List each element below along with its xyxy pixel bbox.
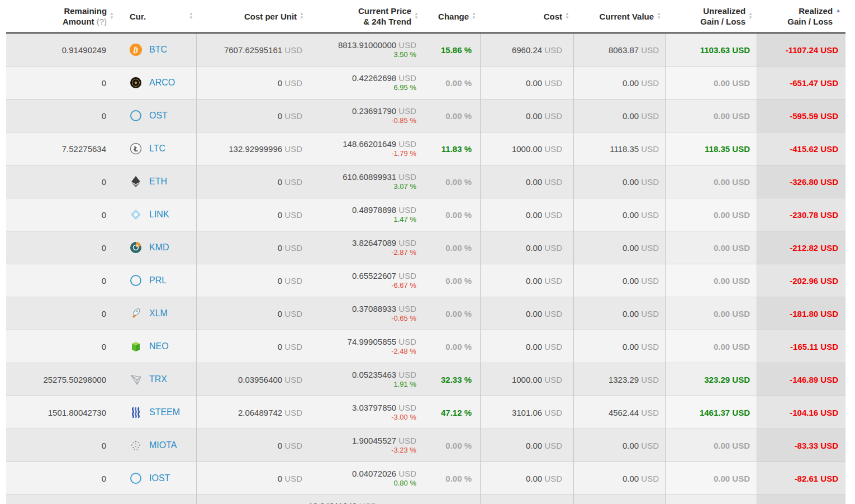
column-header-cost-per-unit[interactable]: Cost per Unit ▲▼ bbox=[197, 0, 308, 32]
current-price-value: 3.03797850 USD bbox=[352, 403, 416, 412]
cost-per-unit-cell: 0 USD bbox=[197, 330, 308, 363]
currency-link[interactable]: OST bbox=[149, 111, 168, 121]
table-row: 0LINK0 USD0.48978898 USD1.47 %0.00 %0.00… bbox=[6, 198, 846, 231]
column-header-current-price[interactable]: Current Price & 24h Trend ▲▼ bbox=[308, 0, 423, 32]
sort-icon: ▲▼ bbox=[748, 12, 753, 20]
currency-unit: USD bbox=[282, 78, 302, 88]
remaining-amount-cell: 0 bbox=[6, 198, 118, 231]
currency-cell: IOST bbox=[118, 462, 197, 495]
cost-cell: 1000.00 USD bbox=[481, 132, 574, 165]
realized-gain-loss-cell: -230.78 USD bbox=[757, 198, 846, 231]
currency-link[interactable]: LTC bbox=[149, 144, 165, 154]
help-icon[interactable]: (?) bbox=[97, 17, 107, 26]
xlm-icon bbox=[130, 307, 142, 320]
change-value: 0.00 % bbox=[445, 276, 472, 286]
unrealized-gain-loss-value: 0.00 USD bbox=[714, 441, 750, 450]
currency-link[interactable]: NEO bbox=[149, 341, 169, 351]
realized-gain-loss-cell: -326.80 USD bbox=[757, 165, 846, 198]
cost-per-unit-cell: 0.03956400 USD bbox=[197, 363, 308, 396]
unrealized-gain-loss-value: 0.00 USD bbox=[714, 210, 750, 220]
cost-value: 0.00 bbox=[526, 111, 542, 121]
portfolio-table: Remaining Amount (?) ▲▼ Cur. ▲▼ Cost per… bbox=[0, 0, 855, 504]
currency-unit: USD bbox=[542, 342, 562, 351]
current-price-cell: 610.60899931 USD3.07 % bbox=[308, 165, 423, 198]
current-value-cell: 4562.44 USD bbox=[574, 396, 666, 429]
currency-link[interactable]: ETH bbox=[149, 177, 167, 187]
table-row: 25275.50298000TRX0.03956400 USD0.0523546… bbox=[6, 363, 846, 396]
cost-cell: 0.00 USD bbox=[481, 165, 574, 198]
realized-gain-loss-value: -415.62 USD bbox=[790, 144, 838, 154]
current-price-cell: 0.23691790 USD-0.85 % bbox=[308, 99, 423, 132]
current-price-cell: 3.82647089 USD-2.87 % bbox=[308, 231, 423, 264]
cost-per-unit-cell: 0 USD bbox=[197, 231, 308, 264]
realized-gain-loss-cell: -212.82 USD bbox=[757, 231, 846, 264]
unrealized-gain-loss-cell: 0.00 USD bbox=[666, 165, 757, 198]
realized-gain-loss-cell: -83.33 USD bbox=[757, 429, 846, 462]
cost-per-unit-cell: 0 USD bbox=[197, 297, 308, 330]
unrealized-gain-loss-cell: 0.00 USD bbox=[666, 330, 757, 363]
currency-unit: USD bbox=[542, 309, 562, 318]
clipped-cell bbox=[757, 495, 846, 504]
realized-gain-loss-value: -212.82 USD bbox=[790, 243, 838, 253]
remaining-amount-cell: 0 bbox=[6, 330, 118, 363]
current-value-value: 1323.29 bbox=[609, 375, 639, 384]
table-row: 7.52275634ŁLTC132.92999996 USD148.662016… bbox=[6, 132, 846, 165]
column-header-remaining-amount[interactable]: Remaining Amount (?) ▲▼ bbox=[6, 0, 118, 32]
currency-link[interactable]: TRX bbox=[149, 374, 167, 384]
realized-gain-loss-cell: -104.16 USD bbox=[757, 396, 846, 429]
column-header-change[interactable]: Change ▲▼ bbox=[423, 0, 481, 32]
current-price-value: 3.82647089 USD bbox=[352, 238, 416, 248]
currency-link[interactable]: ARCO bbox=[149, 78, 175, 88]
current-price-value: 0.48978898 USD bbox=[352, 205, 416, 215]
column-header-realized-gain-loss[interactable]: Realized Gain / Loss ▲ bbox=[757, 0, 846, 32]
currency-link[interactable]: KMD bbox=[149, 243, 169, 253]
currency-link[interactable]: PRL bbox=[149, 275, 167, 286]
table-row: 0NEO0 USD74.99905855 USD-2.48 %0.00 %0.0… bbox=[6, 330, 846, 363]
current-price-cell: 0.04072026 USD0.80 % bbox=[308, 462, 423, 495]
currency-link[interactable]: BTC bbox=[149, 45, 167, 55]
currency-link[interactable]: IOST bbox=[149, 473, 170, 483]
unrealized-gain-loss-value: 1461.37 USD bbox=[700, 408, 750, 417]
trend-24h-value: 1.91 % bbox=[394, 380, 416, 389]
column-header-currency[interactable]: Cur. ▲▼ bbox=[118, 0, 197, 32]
currency-link[interactable]: MIOTA bbox=[149, 440, 177, 450]
cost-value: 0.00 bbox=[526, 210, 542, 220]
change-value: 0.00 % bbox=[445, 78, 472, 88]
remaining-amount-value: 0 bbox=[102, 474, 106, 483]
currency-unit: USD bbox=[282, 441, 302, 450]
change-value: 32.33 % bbox=[441, 375, 472, 384]
remaining-amount-cell: 0.91490249 bbox=[6, 34, 118, 66]
currency-unit: USD bbox=[542, 243, 562, 253]
trend-24h-value: -3.00 % bbox=[391, 413, 416, 422]
column-header-cost[interactable]: Cost ▲▼ bbox=[481, 0, 574, 32]
current-price-value: 74.99905855 USD bbox=[348, 337, 416, 346]
cost-value: 1000.00 bbox=[512, 144, 542, 154]
cost-cell: 0.00 USD bbox=[481, 462, 574, 495]
currency-link[interactable]: STEEM bbox=[149, 407, 180, 417]
remaining-amount-value: 0 bbox=[102, 111, 106, 121]
unrealized-gain-loss-cell: 323.29 USD bbox=[666, 363, 757, 396]
column-header-unrealized-gain-loss[interactable]: Unrealized Gain / Loss ▲▼ bbox=[666, 0, 757, 32]
currency-link[interactable]: LINK bbox=[149, 210, 169, 220]
clipped-cell bbox=[666, 495, 757, 504]
current-value-cell: 0.00 USD bbox=[574, 264, 666, 297]
sort-icon: ▲▼ bbox=[189, 12, 193, 20]
currency-unit: USD bbox=[542, 45, 562, 55]
table-row: 1501.80042730STEEM2.06489742 USD3.037978… bbox=[6, 396, 846, 429]
clipped-cell bbox=[574, 495, 666, 504]
realized-gain-loss-value: -230.78 USD bbox=[790, 210, 838, 220]
column-header-current-value[interactable]: Current Value ▲▼ bbox=[574, 0, 666, 32]
remaining-amount-value: 0 bbox=[102, 309, 106, 318]
realized-gain-loss-cell: -651.47 USD bbox=[757, 66, 846, 99]
currency-unit: USD bbox=[639, 276, 659, 286]
currency-link[interactable]: XLM bbox=[149, 308, 168, 318]
cost-per-unit-cell: 7607.62595161 USD bbox=[197, 34, 308, 66]
currency-unit: USD bbox=[282, 243, 302, 253]
remaining-amount-value: 0 bbox=[102, 243, 106, 253]
trend-24h-value: 0.80 % bbox=[394, 479, 416, 488]
trend-24h-value: -3.23 % bbox=[391, 446, 416, 455]
unrealized-gain-loss-value: 0.00 USD bbox=[714, 276, 750, 286]
cost-value: 1000.00 bbox=[512, 375, 542, 384]
trend-24h-value: -0.65 % bbox=[391, 314, 416, 323]
realized-gain-loss-cell: -181.80 USD bbox=[757, 297, 846, 330]
